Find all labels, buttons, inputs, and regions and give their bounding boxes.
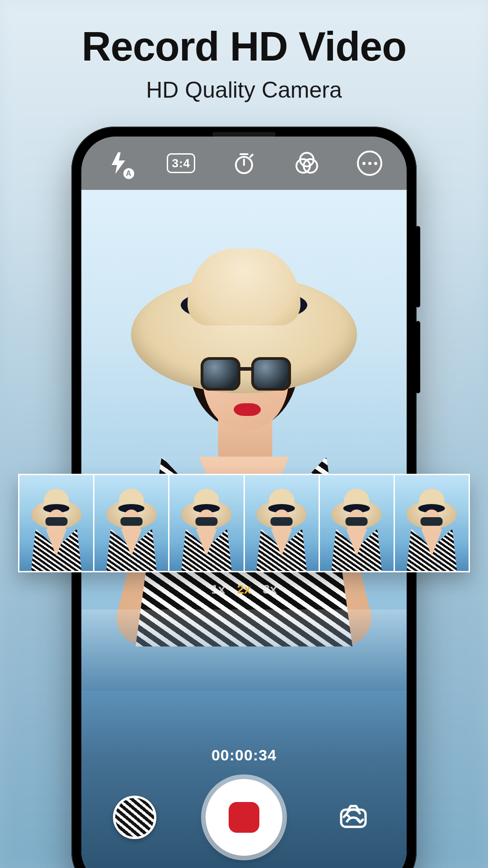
- filmstrip-frame[interactable]: [19, 475, 93, 571]
- zoom-option-1x[interactable]: 1x: [211, 582, 225, 597]
- record-button[interactable]: [206, 779, 282, 856]
- zoom-option-3x[interactable]: 3x: [263, 582, 277, 597]
- aspect-ratio-button[interactable]: 3:4: [166, 148, 196, 178]
- record-stop-icon: [229, 802, 259, 833]
- timer-icon[interactable]: [229, 148, 259, 178]
- flash-auto-icon[interactable]: A: [103, 148, 133, 178]
- filmstrip-frame[interactable]: [93, 475, 168, 571]
- switch-camera-button[interactable]: [332, 796, 375, 839]
- water-reflection: [81, 609, 407, 691]
- phone-speaker: [212, 132, 276, 137]
- more-icon: [357, 151, 382, 176]
- promo-title: Record HD Video: [0, 25, 488, 68]
- camera-controls: [81, 777, 407, 858]
- flash-mode-badge: A: [123, 168, 134, 179]
- promo-subtitle: HD Quality Camera: [0, 77, 488, 103]
- filmstrip: [18, 474, 470, 572]
- filmstrip-frame[interactable]: [394, 475, 469, 571]
- filmstrip-frame[interactable]: [244, 475, 319, 571]
- camera-toolbar: A 3:4: [81, 137, 407, 190]
- aspect-ratio-label: 3:4: [167, 153, 195, 173]
- zoom-selector[interactable]: 1x 2x 3x: [211, 582, 277, 597]
- filmstrip-frame[interactable]: [168, 475, 243, 571]
- bottom-panel: 00:00:34: [81, 691, 407, 868]
- zoom-option-2x[interactable]: 2x: [237, 582, 251, 597]
- more-button[interactable]: [355, 148, 385, 178]
- gallery-thumbnail[interactable]: [113, 796, 156, 839]
- filmstrip-frame[interactable]: [319, 475, 394, 571]
- recording-timecode: 00:00:34: [81, 746, 407, 764]
- filter-icon[interactable]: [292, 148, 322, 178]
